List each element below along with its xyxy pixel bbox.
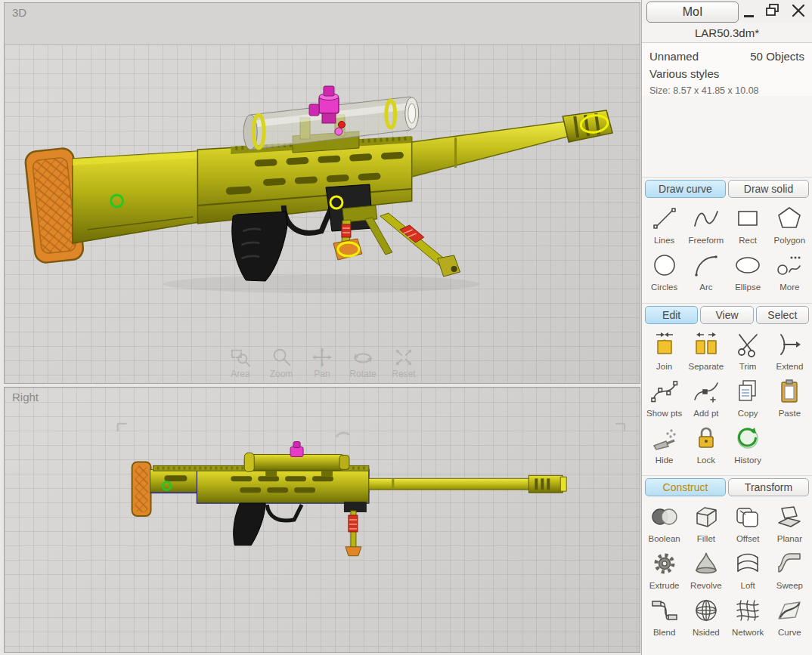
tool-label: Trim <box>739 362 757 371</box>
tab-construct[interactable]: Construct <box>645 478 726 496</box>
tool-label: Network <box>732 628 764 637</box>
tool-blend[interactable]: Blend <box>643 593 685 640</box>
freeform-icon <box>691 201 721 236</box>
size-text: Size: 8.57 x 41.85 x 10.08 <box>649 85 804 96</box>
tool-label: Arc <box>699 283 712 292</box>
moi-menu-button[interactable]: MoI <box>646 2 739 23</box>
rotate-button[interactable]: Rotate <box>346 347 380 379</box>
tool-extrude[interactable]: Extrude <box>643 546 685 593</box>
tool-label: Show pts <box>646 409 682 418</box>
viewport-right[interactable]: Right <box>4 387 640 653</box>
tool-label: History <box>734 456 761 465</box>
tool-label: Polygon <box>774 236 806 245</box>
zoom-button[interactable]: Zoom <box>264 347 299 379</box>
close-icon <box>790 2 807 19</box>
tool-label: Add pt <box>693 409 718 418</box>
tool-lock[interactable]: Lock <box>685 421 727 468</box>
tool-label: Blend <box>653 628 675 637</box>
tool-lines[interactable]: Lines <box>643 201 685 248</box>
tool-label: Freeform <box>689 236 724 245</box>
tool-copy[interactable]: Copy <box>727 374 769 421</box>
extend-icon <box>774 327 804 362</box>
zoom-label: Zoom <box>270 369 293 379</box>
tool-trim[interactable]: Trim <box>727 327 769 374</box>
tool-circles[interactable]: Circles <box>643 248 685 295</box>
tool-polygon[interactable]: Polygon <box>769 201 810 248</box>
tool-label: Separate <box>689 362 724 371</box>
planar-icon <box>774 499 804 534</box>
tab-edit[interactable]: Edit <box>645 306 698 324</box>
ellipse-icon <box>733 248 763 283</box>
tool-label: Revolve <box>690 581 722 590</box>
tool-revolve[interactable]: Revolve <box>685 546 727 593</box>
tool-boolean[interactable]: Boolean <box>643 499 685 546</box>
tab-draw-curve[interactable]: Draw curve <box>645 180 726 198</box>
add-pt-icon <box>691 374 721 409</box>
tool-join[interactable]: Join <box>643 327 685 374</box>
reset-label: Reset <box>392 369 415 379</box>
tool-label: Planar <box>777 534 802 543</box>
join-icon <box>649 327 680 362</box>
tool-arc[interactable]: Arc <box>685 248 727 295</box>
arc-icon <box>691 248 721 283</box>
minimize-icon <box>744 15 754 17</box>
tool-network[interactable]: Network <box>727 593 769 640</box>
view-controls: Area Zoom Pan <box>223 347 421 379</box>
boolean-icon <box>649 499 680 534</box>
tool-label: Join <box>656 362 672 371</box>
tool-label: Lock <box>697 456 715 465</box>
restore-button[interactable] <box>763 0 783 21</box>
tool-offset[interactable]: Offset <box>727 499 769 546</box>
tab-transform[interactable]: Transform <box>728 478 809 496</box>
tool-curve[interactable]: Curve <box>769 593 810 640</box>
tool-more[interactable]: More <box>769 248 810 295</box>
tool-label: Curve <box>778 628 801 637</box>
close-button[interactable] <box>789 0 808 21</box>
viewport-right-label: Right <box>12 391 39 403</box>
viewport-3d[interactable]: 3D <box>4 2 640 384</box>
tool-label: Nsided <box>693 628 720 637</box>
rect-icon <box>733 201 763 236</box>
loft-icon <box>733 546 763 581</box>
lines-icon <box>649 201 680 236</box>
tool-ellipse[interactable]: Ellipse <box>727 248 769 295</box>
tool-label: Sweep <box>776 581 803 590</box>
tab-select[interactable]: Select <box>756 306 809 324</box>
tool-planar[interactable]: Planar <box>769 499 810 546</box>
tool-extend[interactable]: Extend <box>769 327 810 374</box>
revolve-icon <box>691 546 721 581</box>
tool-add-pt[interactable]: Add pt <box>685 374 727 421</box>
polygon-icon <box>774 201 804 236</box>
pan-button[interactable]: Pan <box>305 347 339 379</box>
tool-hide[interactable]: Hide <box>643 421 685 468</box>
tool-paste[interactable]: Paste <box>769 374 810 421</box>
tool-rect[interactable]: Rect <box>727 201 769 248</box>
tool-label: Offset <box>736 534 759 543</box>
tool-freeform[interactable]: Freeform <box>685 201 727 248</box>
tool-history[interactable]: History <box>727 421 769 468</box>
network-icon <box>733 593 763 628</box>
rifle-model-side[interactable] <box>5 388 640 652</box>
tool-label: Copy <box>738 409 758 418</box>
fillet-icon <box>691 499 721 534</box>
more-icon <box>774 248 804 283</box>
tool-sweep[interactable]: Sweep <box>769 546 810 593</box>
reset-icon <box>393 347 414 368</box>
rotate-icon <box>352 347 373 368</box>
hide-icon <box>649 421 680 456</box>
reset-button[interactable]: Reset <box>386 347 421 379</box>
filename: LAR50.3dm* <box>642 23 812 43</box>
tool-fillet[interactable]: Fillet <box>685 499 727 546</box>
minimize-button[interactable] <box>739 0 758 21</box>
tool-loft[interactable]: Loft <box>727 546 769 593</box>
tool-label: Extrude <box>649 581 680 590</box>
tab-draw-solid[interactable]: Draw solid <box>728 180 809 198</box>
tool-separate[interactable]: Separate <box>685 327 727 374</box>
tool-show-pts[interactable]: Show pts <box>643 374 685 421</box>
nsided-icon <box>691 593 721 628</box>
tool-nsided[interactable]: Nsided <box>685 593 727 640</box>
area-button[interactable]: Area <box>223 347 258 379</box>
tab-view[interactable]: View <box>700 306 753 324</box>
rifle-model-3d[interactable] <box>5 3 640 383</box>
lock-icon <box>691 421 721 456</box>
